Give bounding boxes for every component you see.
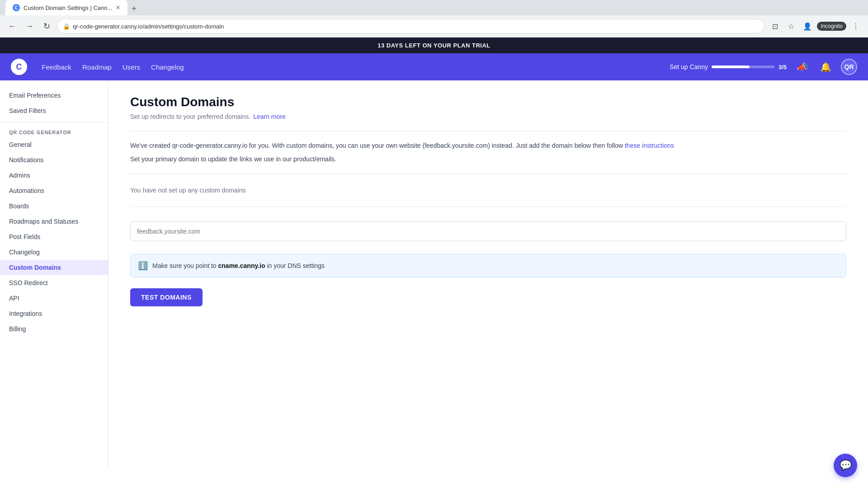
new-tab-button[interactable]: + [127,2,141,15]
info-circle-icon: ℹ️ [138,261,148,271]
sidebar-item-saved-filters[interactable]: Saved Filters [0,103,108,118]
tab-title: Custom Domain Settings | Cann... [24,5,112,11]
trial-banner: 13 DAYS LEFT ON YOUR PLAN TRIAL [0,38,868,53]
tab-favicon: C [13,4,20,11]
sidebar-item-api[interactable]: API [0,291,108,306]
sidebar-divider [0,122,108,122]
megaphone-button[interactable]: 📣 [794,59,810,75]
reload-button[interactable]: ↻ [40,19,53,33]
dns-info-box: ℹ️ Make sure you point to cname.canny.io… [130,254,846,277]
sidebar-item-label: Billing [9,325,26,333]
test-domains-button[interactable]: TEST DOMAINS [130,288,203,306]
divider-middle [130,174,846,174]
sidebar-item-changelog[interactable]: Changelog [0,244,108,260]
sidebar-item-label: Custom Domains [9,264,61,271]
setup-canny-widget[interactable]: Set up Canny 3/5 [670,63,787,70]
page-subtitle: Set up redirects to your preferred domai… [130,113,846,120]
sidebar-item-label: Changelog [9,249,40,256]
bookmark-button[interactable]: ☆ [784,19,798,33]
sidebar-item-billing[interactable]: Billing [0,321,108,337]
ssl-lock-icon: 🔒 [63,23,70,30]
trial-banner-text: 13 DAYS LEFT ON YOUR PLAN TRIAL [377,42,491,49]
info-paragraph-1: We've created qr-code-generator.canny.io… [130,141,846,150]
these-instructions-link[interactable]: these instructions [625,142,674,149]
divider-top [130,131,846,131]
page-title: Custom Domains [130,95,846,109]
domain-input[interactable] [130,221,846,241]
sidebar-item-sso-redirect[interactable]: SSO Redirect [0,275,108,291]
setup-canny-label: Set up Canny [670,63,708,70]
sidebar-item-label: Saved Filters [9,107,46,114]
main-content: Custom Domains Set up redirects to your … [108,80,868,467]
sidebar-section-label: QR CODE GENERATOR [0,126,108,137]
learn-more-link[interactable]: Learn more [253,113,286,120]
sidebar: Email Preferences Saved Filters QR CODE … [0,80,108,467]
setup-progress-fill [712,66,750,68]
sidebar-item-label: Notifications [9,156,43,164]
sidebar-item-label: Admins [9,172,30,179]
sidebar-item-post-fields[interactable]: Post Fields [0,229,108,244]
sidebar-item-roadmaps-statuses[interactable]: Roadmaps and Statuses [0,214,108,229]
chat-button[interactable]: 💬 [834,454,857,477]
nav-feedback[interactable]: Feedback [42,61,71,73]
sidebar-item-general[interactable]: General [0,137,108,152]
sidebar-item-label: Email Preferences [9,92,61,99]
header-right: Set up Canny 3/5 📣 🔔 QR [670,59,857,75]
setup-count: 3/5 [778,64,787,70]
sidebar-item-boards[interactable]: Boards [0,198,108,214]
tab-bar: C Custom Domain Settings | Cann... × + [0,0,868,15]
sidebar-item-custom-domains[interactable]: Custom Domains [0,260,108,275]
browser-chrome: C Custom Domain Settings | Cann... × + ←… [0,0,868,38]
sidebar-item-label: Boards [9,202,29,210]
app-body: Email Preferences Saved Filters QR CODE … [0,80,868,467]
menu-button[interactable]: ⋮ [849,19,863,33]
app-header: C Feedback Roadmap Users Changelog Set u… [0,53,868,80]
browser-toolbar: ← → ↻ 🔒 qr-code-generator.canny.io/admin… [0,15,868,37]
sidebar-item-email-preferences[interactable]: Email Preferences [0,88,108,103]
app-nav: Feedback Roadmap Users Changelog [42,61,184,73]
profile-button[interactable]: 👤 [801,19,814,33]
sidebar-item-label: Post Fields [9,233,40,240]
sidebar-item-label: General [9,141,32,148]
subtitle-text: Set up redirects to your preferred domai… [130,113,250,120]
browser-actions: ⊡ ☆ 👤 Incognito ⋮ [768,19,863,33]
user-avatar[interactable]: QR [841,59,857,75]
tab-close-button[interactable]: × [116,4,120,12]
incognito-badge: Incognito [817,22,846,31]
url-text: qr-code-generator.canny.io/admin/setting… [73,23,224,30]
forward-button[interactable]: → [23,19,36,33]
sidebar-item-integrations[interactable]: Integrations [0,306,108,321]
sidebar-item-admins[interactable]: Admins [0,168,108,183]
nav-users[interactable]: Users [123,61,140,73]
sidebar-item-notifications[interactable]: Notifications [0,152,108,168]
active-tab: C Custom Domain Settings | Cann... × [5,0,127,15]
address-bar[interactable]: 🔒 qr-code-generator.canny.io/admin/setti… [57,19,764,33]
notifications-bell-button[interactable]: 🔔 [817,59,834,75]
no-domains-text: You have not set up any custom domains [130,183,846,197]
cast-button[interactable]: ⊡ [768,19,782,33]
setup-progress-bar [712,66,775,68]
chat-icon: 💬 [840,460,852,471]
info-paragraph-2: Set your primary domain to update the li… [130,154,846,164]
back-button[interactable]: ← [5,19,19,33]
app-logo[interactable]: C [11,59,27,75]
sidebar-item-label: Roadmaps and Statuses [9,218,78,225]
sidebar-item-label: Automations [9,187,44,194]
sidebar-item-automations[interactable]: Automations [0,183,108,198]
sidebar-item-label: Integrations [9,310,42,317]
divider-after-no-domains [130,206,846,207]
sidebar-item-label: SSO Redirect [9,279,48,286]
nav-roadmap[interactable]: Roadmap [82,61,112,73]
dns-info-text: Make sure you point to cname.canny.io in… [152,262,325,269]
nav-changelog[interactable]: Changelog [151,61,184,73]
sidebar-item-label: API [9,295,19,302]
